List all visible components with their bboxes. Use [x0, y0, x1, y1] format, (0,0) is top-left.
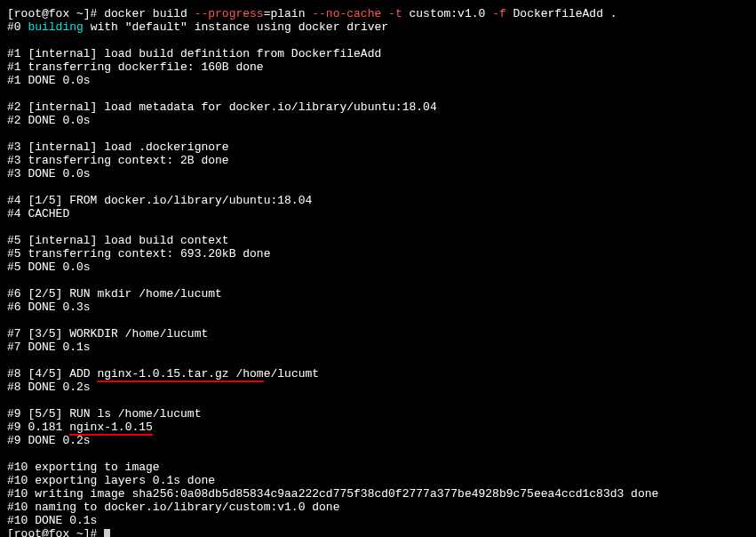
cmd-docker: docker build — [104, 7, 194, 20]
output-line: #2 [internal] load metadata for docker.i… — [7, 100, 749, 114]
output-line: #1 [internal] load build definition from… — [7, 47, 749, 60]
terminal-command-line: [root@fox ~]# docker build --progress=pl… — [7, 7, 749, 20]
output-line-add: #8 [4/5] ADD nginx-1.0.15.tar.gz /home/l… — [7, 367, 749, 381]
output-line: #2 DONE 0.0s — [7, 114, 749, 127]
output-line: #10 DONE 0.1s — [7, 514, 749, 527]
output-line: #4 CACHED — [7, 207, 749, 220]
arg-tag: custom:v1.0 — [402, 7, 492, 20]
cursor-icon — [104, 529, 110, 537]
output-line: #8 DONE 0.2s — [7, 381, 749, 394]
output-line: #6 [2/5] RUN mkdir /home/lucumt — [7, 287, 749, 301]
output-line: #0 building with "default" instance usin… — [7, 20, 749, 34]
output-line: #9 DONE 0.2s — [7, 434, 749, 447]
output-line: #3 DONE 0.0s — [7, 167, 749, 180]
opt-t: -t — [388, 7, 402, 20]
output-line: #10 writing image sha256:0a08db5d85834c9… — [7, 487, 749, 501]
output-line: #1 DONE 0.0s — [7, 74, 749, 87]
output-line: #1 transferring dockerfile: 160B done — [7, 60, 749, 74]
output-line: #5 [internal] load build context — [7, 234, 749, 247]
output-line: #3 [internal] load .dockerignore — [7, 140, 749, 154]
output-line: #3 transferring context: 2B done — [7, 154, 749, 167]
output-line: #6 DONE 0.3s — [7, 301, 749, 314]
output-line: #5 DONE 0.0s — [7, 260, 749, 274]
output-line: #10 exporting layers 0.1s done — [7, 474, 749, 487]
prompt: [root@fox ~]# — [7, 527, 104, 537]
opt-f: -f — [492, 7, 506, 20]
output-line: #4 [1/5] FROM docker.io/library/ubuntu:1… — [7, 194, 749, 207]
output-line: #7 [3/5] WORKDIR /home/lucumt — [7, 327, 749, 341]
output-line: #10 exporting to image — [7, 461, 749, 474]
output-line: #7 DONE 0.1s — [7, 341, 749, 354]
output-line-ls: #9 0.181 nginx-1.0.15 — [7, 421, 749, 434]
building-word: building — [28, 20, 83, 34]
output-line: #9 [5/5] RUN ls /home/lucumt — [7, 407, 749, 421]
opt-progress: --progress — [195, 7, 264, 20]
arg-dockerfile: DockerfileAdd . — [506, 7, 617, 20]
output-line: #5 transferring context: 693.20kB done — [7, 247, 749, 260]
opt-no-cache: --no-cache — [312, 7, 381, 20]
eq-plain: =plain — [264, 7, 313, 20]
output-line: #10 naming to docker.io/library/custom:v… — [7, 501, 749, 514]
terminal-prompt-line[interactable]: [root@fox ~]# — [7, 527, 749, 537]
prompt: [root@fox ~]# — [7, 7, 104, 20]
